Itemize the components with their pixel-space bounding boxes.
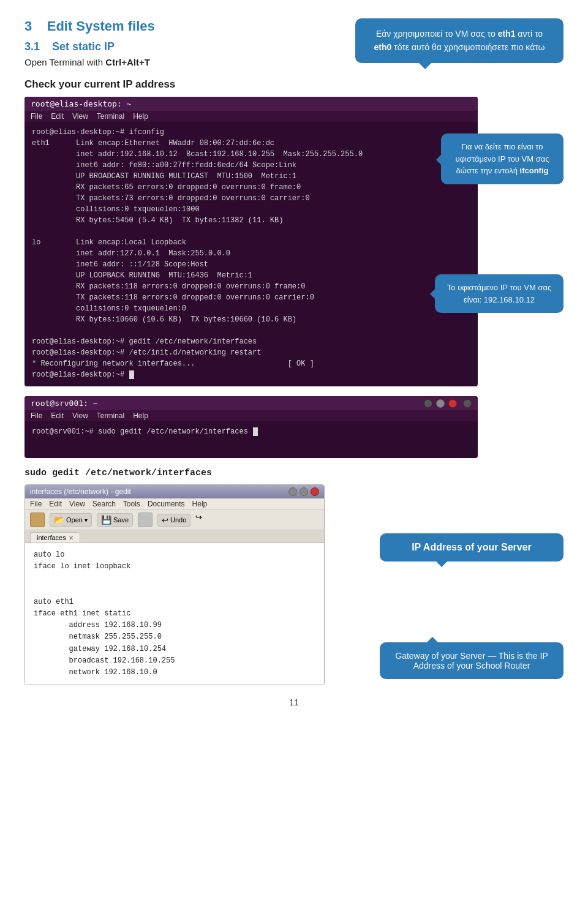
gedit-titlebar: interfaces (/etc/network) - gedit bbox=[25, 485, 324, 498]
callout-gateway: Gateway of your Server — This is the IP … bbox=[380, 642, 564, 679]
gedit-line: auto eth1 bbox=[34, 596, 315, 608]
menu2-terminal[interactable]: Terminal bbox=[97, 411, 124, 420]
menu-view[interactable]: View bbox=[72, 112, 88, 121]
gedit-line: network 192.168.10.0 bbox=[34, 667, 315, 678]
callout-ip-address: IP Address of your Server bbox=[380, 533, 564, 562]
menu2-edit[interactable]: Edit bbox=[51, 411, 64, 420]
gedit-line: netmask 255.255.255.0 bbox=[34, 631, 315, 643]
gedit-close-button[interactable] bbox=[311, 487, 319, 496]
callout-vm-ip: Το υφιστάμενο IP του VM σας είναι: 192.1… bbox=[435, 274, 564, 313]
terminal1-menubar: File Edit View Terminal Help bbox=[24, 111, 478, 122]
sub-heading: 3.1 Set static IP bbox=[24, 40, 343, 53]
section-title: Edit System files bbox=[47, 18, 155, 34]
gedit-toolbar: 📂 Open ▾ 💾 Save ↩ Undo ↪ bbox=[25, 510, 324, 530]
check-heading: Check your current IP address bbox=[24, 78, 564, 91]
gedit-maximize-button[interactable] bbox=[300, 487, 308, 496]
callout-top: Εάν χρησιμοποιεί το VM σας το eth1 αντί … bbox=[355, 18, 564, 63]
menu2-help[interactable]: Help bbox=[133, 411, 148, 420]
open-label: Open bbox=[66, 516, 83, 524]
gedit-menu-file[interactable]: File bbox=[30, 500, 42, 508]
gedit-title: interfaces (/etc/network) - gedit bbox=[30, 487, 131, 496]
menu-terminal[interactable]: Terminal bbox=[97, 112, 124, 121]
menu-edit[interactable]: Edit bbox=[51, 112, 64, 121]
gedit-window: interfaces (/etc/network) - gedit File E… bbox=[24, 484, 325, 685]
gedit-menu-documents[interactable]: Documents bbox=[148, 500, 185, 508]
gedit-line: iface lo inet loopback bbox=[34, 561, 315, 573]
gedit-line: address 192.168.10.99 bbox=[34, 620, 315, 631]
terminal2-titlebar: root@srv001: ~ bbox=[24, 396, 478, 410]
gedit-tab-bar: interfaces ✕ bbox=[25, 530, 324, 543]
undo-label: Undo bbox=[170, 516, 186, 524]
gedit-line: broadcast 192.168.10.255 bbox=[34, 655, 315, 667]
save-label: Save bbox=[113, 516, 129, 524]
open-terminal-text: Open Terminal with Ctrl+Alt+T bbox=[24, 57, 343, 67]
sudo-cmd: sudo gedit /etc/network/interfaces bbox=[24, 468, 564, 478]
terminal2-menubar: File Edit View Terminal Help bbox=[24, 410, 478, 421]
terminal1-titlebar: root@elias-desktop: ~ bbox=[24, 97, 478, 111]
gedit-line: iface eth1 inet static bbox=[34, 608, 315, 620]
gedit-menu-view[interactable]: View bbox=[69, 500, 85, 508]
gedit-minimize-button[interactable] bbox=[288, 487, 297, 496]
tab-close-icon[interactable]: ✕ bbox=[69, 535, 74, 541]
terminal1: root@elias-desktop: ~ File Edit View Ter… bbox=[24, 97, 478, 386]
gedit-line: gateway 192.168.10.254 bbox=[34, 644, 315, 655]
gedit-menu-search[interactable]: Search bbox=[92, 500, 116, 508]
gedit-open-button[interactable]: 📂 Open ▾ bbox=[50, 513, 92, 527]
gedit-print-icon bbox=[138, 513, 153, 527]
terminal2-body: root@srv001:~# sudo gedit /etc/network/i… bbox=[24, 421, 478, 458]
gedit-line: auto lo bbox=[34, 549, 315, 561]
terminal2: root@srv001: ~ File Edit View Terminal H… bbox=[24, 396, 478, 458]
sub-section-number: 3.1 bbox=[24, 40, 40, 53]
gedit-redo-icon: ↪ bbox=[195, 513, 210, 527]
gedit-menu-edit[interactable]: Edit bbox=[49, 500, 62, 508]
sub-section-title: Set static IP bbox=[52, 40, 115, 53]
section-number: 3 bbox=[24, 18, 32, 34]
menu-file[interactable]: File bbox=[31, 112, 42, 121]
section-heading: 3 Edit System files bbox=[24, 18, 343, 34]
gedit-tab-interfaces[interactable]: interfaces ✕ bbox=[30, 532, 80, 543]
menu2-view[interactable]: View bbox=[72, 411, 88, 420]
gedit-content[interactable]: auto lo iface lo inet loopback auto eth1… bbox=[25, 543, 324, 685]
gedit-menu-help[interactable]: Help bbox=[192, 500, 208, 508]
gedit-menubar: File Edit View Search Tools Documents He… bbox=[25, 498, 324, 510]
gedit-line bbox=[34, 585, 315, 596]
gedit-undo-button[interactable]: ↩ Undo bbox=[157, 514, 190, 527]
menu-help[interactable]: Help bbox=[133, 112, 148, 121]
menu2-file[interactable]: File bbox=[31, 411, 42, 420]
terminal1-body: root@elias-desktop:~# ifconfig eth1 Link… bbox=[24, 122, 478, 386]
callout-ifconfig: Για να δείτε πιο είναι το υφιστάμενο IP … bbox=[441, 133, 564, 184]
gedit-menu-tools[interactable]: Tools bbox=[123, 500, 140, 508]
page-number: 11 bbox=[24, 697, 564, 707]
gedit-save-button[interactable]: 💾 Save bbox=[97, 513, 133, 527]
tab-label: interfaces bbox=[37, 534, 66, 541]
gedit-toolbar-new-icon bbox=[30, 513, 45, 527]
gedit-line bbox=[34, 573, 315, 584]
